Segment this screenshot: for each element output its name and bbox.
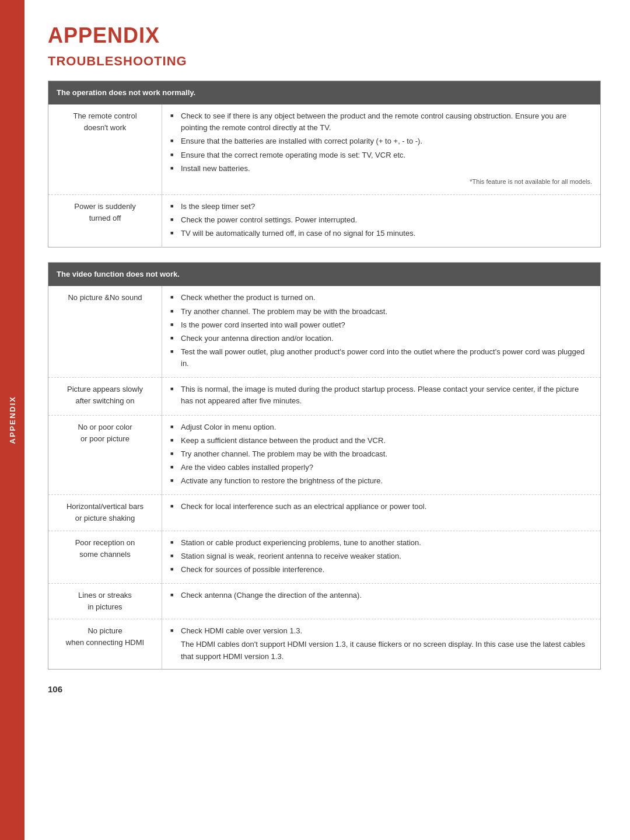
main-content: APPENDIX TROUBLESHOOTING The operation d… (24, 0, 630, 840)
label-poor-reception: Poor reception onsome channels (48, 531, 162, 583)
bullet-item: This is normal, the image is muted durin… (170, 384, 592, 407)
bullet-item: Try another channel. The problem may be … (170, 306, 592, 318)
side-tab-label: APPENDIX (8, 396, 17, 444)
label-bars-shaking: Horizontal/vertical barsor picture shaki… (48, 495, 162, 531)
table2-header: The video function does not work. (48, 263, 601, 287)
label-poor-color: No or poor coloror poor picture (48, 415, 162, 495)
table-row: Horizontal/vertical barsor picture shaki… (48, 495, 601, 531)
label-remote-control: The remote controldoesn't work (48, 104, 162, 194)
desc-lines-streaks: Check antenna (Change the direction of t… (162, 583, 601, 619)
bullet-item: Activate any function to restore the bri… (170, 475, 592, 487)
table1-header: The operation does not work normally. (48, 81, 601, 105)
bullet-item: Check whether the product is turned on. (170, 292, 592, 304)
bullet-item: Check antenna (Change the direction of t… (170, 590, 592, 601)
page-title: APPENDIX (48, 23, 601, 48)
label-picture-slowly: Picture appears slowlyafter switching on (48, 378, 162, 415)
note-text: *This feature is not available for all m… (181, 177, 592, 187)
bullet-item: Station signal is weak, reorient antenna… (170, 550, 592, 562)
bullet-item: Is the power cord inserted into wall pow… (170, 319, 592, 331)
bullet-item: TV will be automatically turned off, in … (170, 228, 592, 239)
desc-bars-shaking: Check for local interference such as an … (162, 495, 601, 531)
table-row: The remote controldoesn't work Check to … (48, 104, 601, 194)
bullet-item: Keep a sufficient distance between the p… (170, 435, 592, 447)
table-row: No picturewhen connecting HDMI Check HDM… (48, 619, 601, 670)
bullet-item: Check your antenna direction and/or loca… (170, 333, 592, 344)
bullet-item: Ensure that the batteries are installed … (170, 135, 592, 147)
desc-poor-reception: Station or cable product experiencing pr… (162, 531, 601, 583)
desc-picture-slowly: This is normal, the image is muted durin… (162, 378, 601, 415)
desc-no-picture-sound: Check whether the product is turned on. … (162, 286, 601, 377)
label-lines-streaks: Lines or streaksin pictures (48, 583, 162, 619)
desc-remote-control: Check to see if there is any object betw… (162, 104, 601, 194)
desc-power-off: Is the sleep timer set? Check the power … (162, 194, 601, 247)
table-row: Poor reception onsome channels Station o… (48, 531, 601, 583)
label-power-off: Power is suddenlyturned off (48, 194, 162, 247)
table-row: No picture &No sound Check whether the p… (48, 286, 601, 377)
label-no-picture-sound: No picture &No sound (48, 286, 162, 377)
side-tab: APPENDIX (0, 0, 24, 840)
table-row: No or poor coloror poor picture Adjust C… (48, 415, 601, 495)
bullet-item: Check for local interference such as an … (170, 501, 592, 513)
bullet-item: Ensure that the correct remote operating… (170, 149, 592, 161)
label-hdmi: No picturewhen connecting HDMI (48, 619, 162, 670)
table-row: Lines or streaksin pictures Check antenn… (48, 583, 601, 619)
bullet-item: Are the video cables installed properly? (170, 462, 592, 473)
desc-poor-color: Adjust Color in menu option. Keep a suff… (162, 415, 601, 495)
bullet-item: Install new batteries. *This feature is … (170, 163, 592, 187)
table-row: Picture appears slowlyafter switching on… (48, 378, 601, 415)
table-row: Power is suddenlyturned off Is the sleep… (48, 194, 601, 247)
bullet-item: Adjust Color in menu option. (170, 421, 592, 433)
hdmi-note: The HDMI cables don't support HDMI versi… (170, 639, 592, 663)
section-title: TROUBLESHOOTING (48, 54, 601, 69)
bullet-item: Check for sources of possible interferen… (170, 564, 592, 576)
table-video: The video function does not work. No pic… (48, 262, 601, 670)
bullet-item: Station or cable product experiencing pr… (170, 537, 592, 549)
bullet-item: Is the sleep timer set? (170, 201, 592, 212)
bullet-item: Check HDMI cable over version 1.3. (170, 625, 592, 637)
bullet-item: Try another channel. The problem may be … (170, 448, 592, 460)
bullet-item: Check the power control settings. Power … (170, 214, 592, 226)
table-operation: The operation does not work normally. Th… (48, 81, 601, 248)
bullet-item: Test the wall power outlet, plug another… (170, 346, 592, 370)
bullet-item: Check to see if there is any object betw… (170, 110, 592, 134)
desc-hdmi: Check HDMI cable over version 1.3. The H… (162, 619, 601, 670)
page-number: 106 (48, 684, 601, 694)
